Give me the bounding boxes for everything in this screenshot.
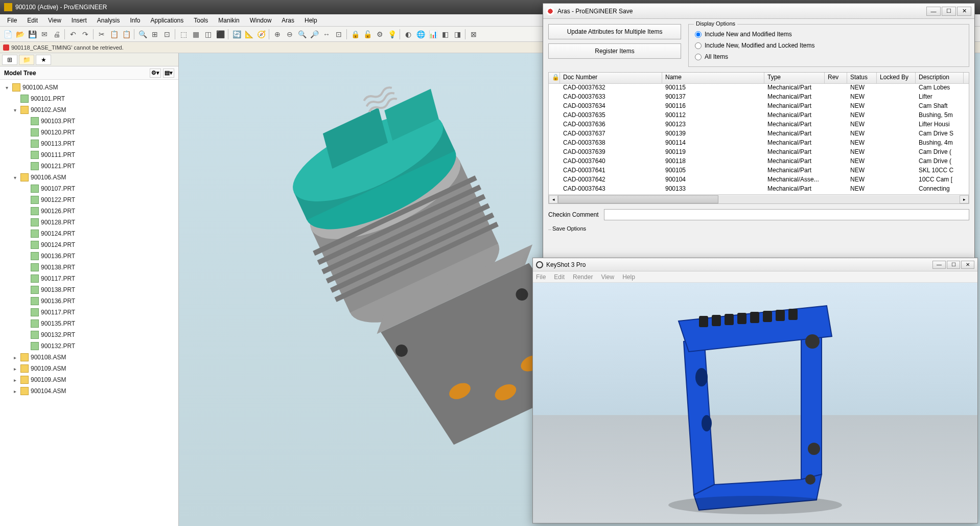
toolbar-icon-17[interactable]: ⬚ [178,29,189,40]
toolbar-icon-34[interactable]: 🔓 [362,29,373,40]
maximize-button[interactable]: ☐ [942,7,956,16]
scroll-track[interactable] [558,195,960,203]
menu-tools[interactable]: Tools [189,16,213,25]
toolbar-icon-18[interactable]: ▦ [190,29,201,40]
tree-node[interactable]: 900121.PRT [1,161,177,172]
toolbar-icon-22[interactable]: 🔄 [231,29,242,40]
tree-node[interactable]: 900126.PRT [1,205,177,217]
tree-settings-icon[interactable]: ⚙▾ [150,68,161,78]
grid-row[interactable]: CAD-00037643900133Mechanical/PartNEWConn… [549,185,969,194]
col-lock-icon[interactable]: 🔒 [549,73,560,83]
menu-edit[interactable]: Edit [22,16,43,25]
toolbar-icon-40[interactable]: 📊 [427,29,438,40]
toolbar-icon-6[interactable]: ↶ [67,29,79,40]
menu-applications[interactable]: Applications [146,16,189,25]
ks-menu-help[interactable]: Help [622,273,635,281]
tree-node[interactable]: 900101.PRT [1,93,177,104]
tree-node[interactable]: 900138.PRT [1,284,177,295]
tree-node[interactable]: 900103.PRT [1,116,177,127]
grid-row[interactable]: CAD-00037636900123Mechanical/PartNEWLift… [549,121,969,130]
tree-show-icon[interactable]: ▤▾ [163,68,174,78]
toolbar-icon-11[interactable]: 📋 [121,29,132,40]
toolbar-icon-13[interactable]: 🔍 [137,29,148,40]
toolbar-icon-28[interactable]: 🔍 [296,29,308,40]
grid-row[interactable]: CAD-00037634900116Mechanical/PartNEWCam … [549,102,969,111]
grid-row[interactable]: CAD-00037641900105Mechanical/PartNEWSKL … [549,167,969,176]
grid-row[interactable]: CAD-00037639900119Mechanical/PartNEWCam … [549,148,969,157]
toolbar-icon-38[interactable]: ◐ [403,29,414,40]
scroll-left-button[interactable]: ◂ [549,195,558,203]
col-doc-number[interactable]: Doc Number [560,73,662,83]
close-button[interactable]: ✕ [957,7,971,16]
radio-all-items[interactable]: All Items [695,51,963,62]
toolbar-icon-33[interactable]: 🔒 [349,29,361,40]
expand-icon[interactable]: ▸ [11,388,18,394]
tree-node[interactable]: 900117.PRT [1,273,177,284]
sidebar-tab-3[interactable]: ★ [36,55,51,65]
toolbar-icon-15[interactable]: ⊡ [161,29,173,40]
toolbar-icon-20[interactable]: ⬛ [215,29,226,40]
sidebar-tab-2[interactable]: 📁 [19,55,34,65]
ks-menu-file[interactable]: File [536,273,546,281]
col-name[interactable]: Name [662,73,764,83]
toolbar-icon-14[interactable]: ⊞ [149,29,160,40]
toolbar-icon-41[interactable]: ◧ [439,29,451,40]
tree-node[interactable]: ▸900109.ASM [1,363,177,374]
toolbar-icon-23[interactable]: 📐 [243,29,254,40]
tree-node[interactable]: ▸900108.ASM [1,352,177,363]
toolbar-icon-44[interactable]: ⊠ [468,29,479,40]
tree-node[interactable]: ▸900104.ASM [1,385,177,397]
expand-icon[interactable]: ▸ [11,366,18,372]
tree-node[interactable]: 900117.PRT [1,307,177,318]
grid-hscroll[interactable]: ◂ ▸ [549,194,969,203]
ks-maximize-button[interactable]: ☐ [947,261,960,269]
tree-node[interactable]: 900136.PRT [1,295,177,307]
collapse-icon[interactable]: ▾ [3,85,10,90]
menu-aras[interactable]: Aras [276,16,299,25]
toolbar-icon-19[interactable]: ◫ [202,29,214,40]
radio-include-new-modified-locked[interactable]: Include New, Modified and Locked Items [695,40,963,51]
collapse-icon[interactable]: ▾ [11,107,18,113]
register-items-button[interactable]: Register Items [548,43,681,59]
collapse-icon[interactable]: ▾ [11,175,18,180]
menu-window[interactable]: Window [245,16,277,25]
tree-node[interactable]: ▾900100.ASM [1,82,177,93]
tree-node[interactable]: 900122.PRT [1,194,177,205]
toolbar-icon-9[interactable]: ✂ [96,29,107,40]
toolbar-icon-0[interactable]: 📄 [2,29,13,40]
update-attributes-button[interactable]: Update Attributes for Multiple Items [548,24,681,39]
scroll-right-button[interactable]: ▸ [960,195,969,203]
grid-body[interactable]: CAD-00037632900115Mechanical/PartNEWCam … [549,84,969,194]
tree-node[interactable]: 900138.PRT [1,262,177,273]
grid-row[interactable]: CAD-00037640900118Mechanical/PartNEWCam … [549,157,969,167]
grid-row[interactable]: CAD-00037638900114Mechanical/PartNEWBush… [549,139,969,148]
tree-node[interactable]: 900132.PRT [1,329,177,340]
menu-help[interactable]: Help [299,16,322,25]
ks-menu-edit[interactable]: Edit [554,273,565,281]
col-status[interactable]: Status [847,73,877,83]
toolbar-icon-36[interactable]: 💡 [386,29,398,40]
toolbar-icon-26[interactable]: ⊕ [272,29,283,40]
grid-row[interactable]: CAD-00037637900139Mechanical/PartNEWCam … [549,130,969,139]
keyshot-viewport[interactable] [533,283,977,523]
menu-info[interactable]: Info [125,16,146,25]
ks-minimize-button[interactable]: — [932,261,946,269]
toolbar-icon-1[interactable]: 📂 [14,29,26,40]
tree-node[interactable]: 900128.PRT [1,217,177,228]
menu-manikin[interactable]: Manikin [213,16,244,25]
tree-node[interactable]: ▾900102.ASM [1,104,177,116]
toolbar-icon-42[interactable]: ◨ [452,29,463,40]
expand-icon[interactable]: ▸ [11,355,18,360]
ks-close-button[interactable]: ✕ [961,261,974,269]
toolbar-icon-30[interactable]: ↔ [321,29,332,40]
col-description[interactable]: Description [916,73,964,83]
model-tree[interactable]: ▾900100.ASM900101.PRT▾900102.ASM900103.P… [0,80,178,526]
col-type[interactable]: Type [764,73,825,83]
tree-node[interactable]: 900135.PRT [1,318,177,329]
tree-node[interactable]: 900124.PRT [1,239,177,250]
toolbar-icon-4[interactable]: 🖨 [51,29,62,40]
toolbar-icon-3[interactable]: ✉ [39,29,50,40]
toolbar-icon-27[interactable]: ⊖ [284,29,295,40]
tree-node[interactable]: 900136.PRT [1,250,177,262]
toolbar-icon-35[interactable]: ⚙ [374,29,385,40]
